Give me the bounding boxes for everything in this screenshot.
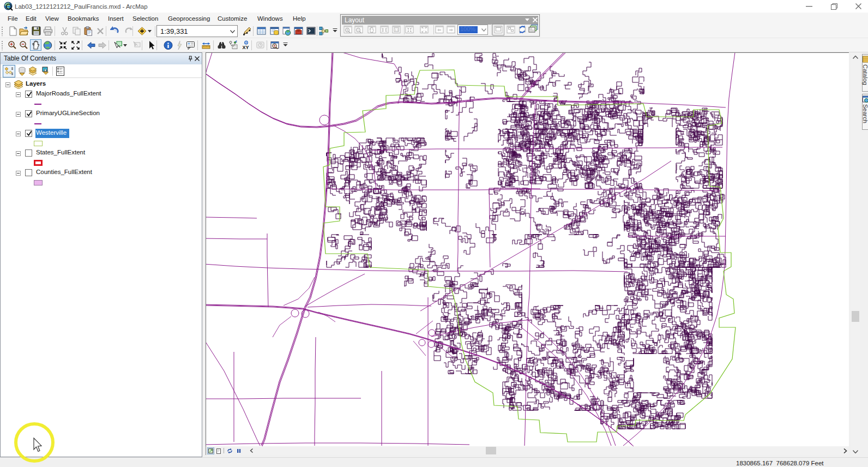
svg-text:XY: XY xyxy=(243,45,249,50)
svg-text:1:1: 1:1 xyxy=(395,28,399,32)
